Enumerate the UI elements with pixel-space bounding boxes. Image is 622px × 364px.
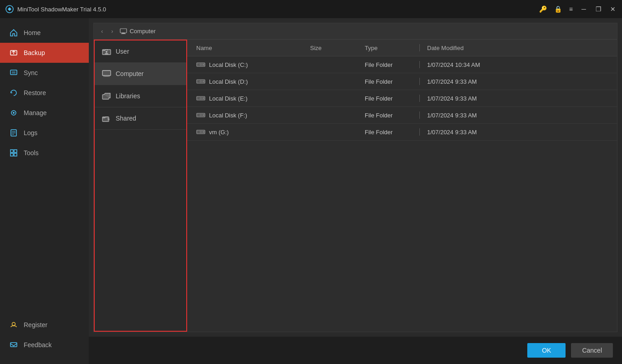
- file-name-cell: Local Disk (F:): [196, 112, 310, 119]
- disk-icon: [196, 129, 205, 135]
- tree-item-user[interactable]: User: [95, 40, 186, 63]
- disk-icon: [196, 95, 205, 101]
- sync-icon: [9, 68, 18, 77]
- tools-icon: [9, 148, 18, 157]
- file-list: Name Size Type Date Modified: [187, 40, 617, 332]
- tree-label-libraries: Libraries: [116, 92, 140, 100]
- table-row[interactable]: Local Disk (E:) File Folder 1/07/2024 9:…: [187, 90, 617, 107]
- app-logo-icon: [5, 5, 14, 13]
- file-type: File Folder: [365, 129, 419, 136]
- back-button[interactable]: ‹: [99, 27, 105, 35]
- tree-item-computer[interactable]: Computer: [95, 63, 186, 85]
- col-row-divider: [419, 128, 420, 136]
- sidebar-label-register: Register: [24, 321, 47, 329]
- restore-icon: [9, 88, 18, 97]
- register-icon: [9, 320, 18, 329]
- file-toolbar: ‹ › Computer: [94, 23, 617, 40]
- file-name-cell: Local Disk (E:): [196, 95, 310, 102]
- backup-icon: [9, 48, 18, 57]
- sidebar-item-manage[interactable]: Manage: [0, 103, 89, 123]
- svg-point-22: [106, 51, 107, 53]
- svg-rect-18: [120, 29, 127, 33]
- forward-button[interactable]: ›: [109, 27, 115, 35]
- close-button[interactable]: ✕: [609, 5, 617, 13]
- file-list-header: Name Size Type Date Modified: [187, 40, 617, 56]
- sidebar-item-logs[interactable]: Logs: [0, 123, 89, 143]
- bottom-bar: OK Cancel: [89, 337, 622, 364]
- tree-label-user: User: [116, 48, 129, 55]
- svg-rect-36: [203, 97, 204, 99]
- file-type: File Folder: [365, 78, 419, 85]
- app-title: MiniTool ShadowMaker Trial 4.5.0: [17, 6, 106, 13]
- table-row[interactable]: Local Disk (D:) File Folder 1/07/2024 9:…: [187, 73, 617, 90]
- col-header-name: Name: [196, 45, 310, 51]
- cancel-button[interactable]: Cancel: [571, 343, 613, 358]
- tree-item-libraries[interactable]: Libraries: [95, 85, 186, 107]
- sidebar-item-home[interactable]: Home: [0, 23, 89, 43]
- svg-rect-15: [14, 153, 17, 156]
- disk-icon: [196, 112, 205, 118]
- sidebar-item-restore[interactable]: Restore: [0, 83, 89, 103]
- col-header-date: Date Modified: [427, 45, 608, 51]
- feedback-icon: [9, 340, 18, 349]
- file-date: 1/07/2024 9:33 AM: [427, 95, 608, 102]
- table-row[interactable]: vm (G:) File Folder 1/07/2024 9:33 AM: [187, 124, 617, 141]
- titlebar: MiniTool ShadowMaker Trial 4.5.0 🔑 🔒 ≡ ─…: [0, 0, 622, 18]
- disk-icon: [196, 78, 205, 85]
- key-icon[interactable]: 🔑: [539, 5, 547, 13]
- computer-icon: [120, 28, 127, 35]
- menu-icon[interactable]: ≡: [569, 5, 573, 13]
- file-date: 1/07/2024 9:33 AM: [427, 112, 608, 119]
- sidebar-label-backup: Backup: [24, 49, 45, 56]
- ok-button[interactable]: OK: [527, 343, 566, 358]
- file-name-cell: Local Disk (C:): [196, 61, 310, 68]
- file-type: File Folder: [365, 61, 419, 68]
- table-row[interactable]: Local Disk (F:) File Folder 1/07/2024 9:…: [187, 107, 617, 124]
- sidebar-item-backup[interactable]: Backup: [0, 43, 89, 63]
- file-date: 1/07/2024 9:33 AM: [427, 78, 608, 85]
- computer-tree-icon: [102, 69, 111, 78]
- svg-rect-39: [203, 114, 204, 116]
- svg-point-7: [13, 112, 15, 114]
- table-row[interactable]: Local Disk (C:) File Folder 1/07/2024 10…: [187, 56, 617, 73]
- col-row-divider: [419, 95, 420, 102]
- breadcrumb-location: Computer: [130, 28, 156, 35]
- file-browser: ‹ › Computer: [93, 23, 617, 332]
- sidebar-label-logs: Logs: [24, 129, 37, 136]
- sidebar-label-feedback: Feedback: [24, 341, 51, 349]
- sidebar-item-tools[interactable]: Tools: [0, 143, 89, 163]
- titlebar-left: MiniTool ShadowMaker Trial 4.5.0: [5, 5, 106, 13]
- col-row-divider: [419, 61, 420, 68]
- svg-rect-30: [203, 64, 204, 66]
- minimize-button[interactable]: ─: [580, 5, 587, 13]
- tree-label-shared: Shared: [116, 115, 136, 122]
- col-divider: [419, 44, 420, 51]
- sidebar: Home Backup Sync: [0, 18, 89, 364]
- sidebar-label-tools: Tools: [24, 149, 39, 157]
- file-panel: User Computer: [94, 40, 617, 332]
- tree-item-shared[interactable]: Shared: [95, 107, 186, 130]
- sidebar-item-sync[interactable]: Sync: [0, 63, 89, 83]
- svg-rect-13: [14, 150, 17, 152]
- restore-button[interactable]: ❐: [595, 5, 602, 13]
- home-icon: [9, 28, 18, 37]
- sidebar-label-manage: Manage: [24, 109, 47, 116]
- file-type: File Folder: [365, 95, 419, 102]
- file-name: vm (G:): [209, 129, 229, 136]
- shared-icon: [102, 114, 111, 123]
- manage-icon: [9, 108, 18, 117]
- sidebar-label-restore: Restore: [24, 89, 46, 96]
- sidebar-item-feedback[interactable]: Feedback: [0, 335, 89, 355]
- main-content: ‹ › Computer: [89, 18, 622, 364]
- sidebar-bottom: Register Feedback: [0, 315, 89, 364]
- file-name: Local Disk (F:): [209, 112, 247, 119]
- file-name-cell: vm (G:): [196, 129, 310, 136]
- svg-rect-42: [203, 131, 204, 133]
- sidebar-item-register[interactable]: Register: [0, 315, 89, 335]
- file-name: Local Disk (E:): [209, 95, 248, 102]
- user-folder-icon: [102, 47, 111, 56]
- lock-icon[interactable]: 🔒: [554, 5, 562, 13]
- file-name: Local Disk (C:): [209, 61, 248, 68]
- col-row-divider: [419, 111, 420, 119]
- app-body: Home Backup Sync: [0, 18, 622, 364]
